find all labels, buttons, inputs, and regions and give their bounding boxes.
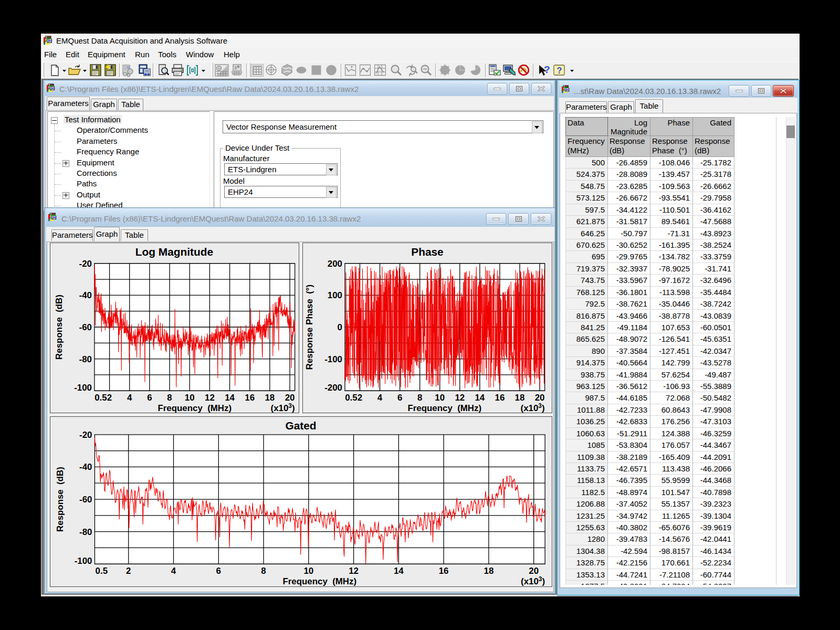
svg-text:200: 200 [328, 259, 342, 269]
svg-text:8: 8 [167, 393, 172, 403]
svg-text:2: 2 [358, 393, 362, 403]
svg-text:?: ? [544, 64, 550, 75]
svg-text:3: 3 [234, 65, 237, 70]
svg-text:18: 18 [484, 566, 494, 576]
svg-text:2: 2 [126, 566, 131, 576]
svg-text:16: 16 [439, 566, 449, 576]
svg-text:-100: -100 [74, 383, 92, 393]
svg-text:18: 18 [515, 393, 525, 403]
svg-text:Response (dB): Response (dB) [54, 295, 64, 360]
svg-text:4: 4 [127, 393, 132, 403]
svg-text:12: 12 [205, 393, 215, 403]
svg-text:-60: -60 [79, 495, 92, 505]
svg-text:(x103): (x103) [271, 402, 295, 413]
svg-text:6: 6 [397, 393, 402, 403]
svg-text:-40: -40 [79, 462, 92, 472]
svg-text:0.5: 0.5 [94, 393, 107, 403]
svg-text:12: 12 [455, 393, 465, 403]
svg-text:Gated: Gated [285, 419, 316, 432]
svg-text:6: 6 [216, 566, 221, 576]
svg-text:0.5: 0.5 [96, 566, 108, 576]
svg-text:Frequency (MHz): Frequency (MHz) [158, 403, 232, 413]
svg-text:100: 100 [328, 290, 342, 300]
svg-text:16: 16 [495, 393, 505, 403]
svg-text:20: 20 [535, 393, 545, 403]
svg-text:-80: -80 [79, 527, 92, 537]
svg-text:8: 8 [417, 393, 422, 403]
svg-text:0.5: 0.5 [345, 393, 357, 403]
svg-text:8: 8 [261, 566, 266, 576]
svg-text:20: 20 [529, 566, 539, 576]
svg-text:-60: -60 [79, 322, 92, 332]
svg-text:14: 14 [394, 566, 404, 576]
svg-text:16: 16 [245, 393, 255, 403]
svg-text:18: 18 [265, 393, 275, 403]
svg-text:(x103): (x103) [521, 402, 545, 413]
svg-text:-100: -100 [324, 354, 342, 364]
svg-text:-20: -20 [79, 259, 92, 269]
svg-text:Response (dB): Response (dB) [55, 467, 65, 532]
svg-text:-200: -200 [324, 383, 342, 393]
svg-text:-40: -40 [79, 290, 92, 300]
svg-text:Frequency (MHz): Frequency (MHz) [282, 576, 356, 586]
svg-text:6: 6 [147, 393, 152, 403]
svg-text:14: 14 [225, 393, 235, 403]
svg-text:10: 10 [435, 393, 445, 403]
svg-text:10: 10 [303, 566, 313, 576]
svg-text:10: 10 [185, 393, 195, 403]
svg-text:-100: -100 [75, 556, 92, 566]
svg-text:-80: -80 [79, 354, 92, 364]
svg-text:2: 2 [107, 393, 112, 403]
svg-text:Log Magnitude: Log Magnitude [135, 246, 213, 258]
svg-text:4: 4 [171, 566, 176, 576]
svg-text:Phase: Phase [411, 246, 443, 258]
svg-text:4: 4 [377, 393, 383, 403]
svg-text:20: 20 [285, 393, 295, 403]
svg-text:Response Phase (°): Response Phase (°) [304, 285, 314, 370]
svg-text:-20: -20 [79, 430, 92, 440]
svg-text:0: 0 [338, 322, 342, 332]
svg-text:Frequency (MHz): Frequency (MHz) [407, 403, 481, 413]
svg-text:?: ? [557, 66, 562, 75]
svg-text:12: 12 [349, 566, 359, 576]
svg-text:(x103): (x103) [521, 575, 545, 586]
svg-text:14: 14 [475, 393, 485, 403]
